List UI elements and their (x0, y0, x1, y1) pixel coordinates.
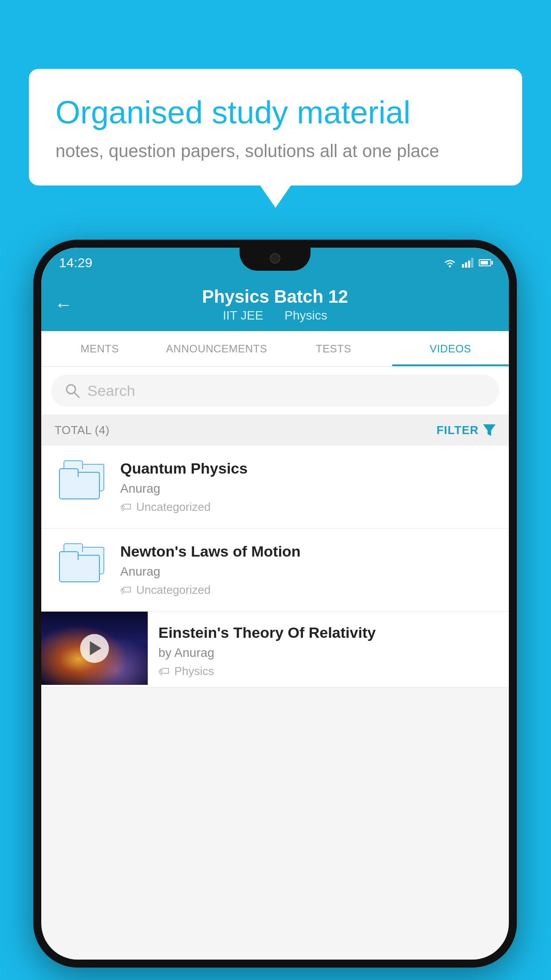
folder-icon-1 (59, 460, 103, 499)
app-bar-subtitle-physics: Physics (284, 308, 327, 322)
wifi-icon (443, 258, 457, 268)
bubble-title: Organised study material (55, 93, 496, 131)
signal-icon (462, 258, 473, 268)
video-thumbnail-3 (41, 612, 148, 685)
app-bar: ← Physics Batch 12 IIT JEE Physics (41, 278, 509, 331)
tab-tests[interactable]: TESTS (275, 331, 392, 366)
video-title-3: Einstein's Theory Of Relativity (158, 624, 500, 641)
list-item[interactable]: Einstein's Theory Of Relativity by Anura… (41, 612, 509, 688)
tab-videos[interactable]: VIDEOS (392, 331, 509, 366)
phone-screen: 14:29 (41, 248, 509, 960)
folder-thumb-1 (55, 460, 108, 500)
search-icon (64, 383, 80, 399)
video-list: Quantum Physics Anurag 🏷 Uncategorized (41, 446, 509, 688)
filter-row: TOTAL (4) FILTER (41, 415, 509, 446)
play-button[interactable] (80, 634, 109, 663)
video-tag-1: 🏷 Uncategorized (120, 500, 496, 514)
tag-label-3: Physics (174, 664, 214, 678)
status-icons (443, 258, 491, 268)
phone-frame: 14:29 (33, 240, 517, 968)
status-bar: 14:29 (41, 248, 509, 278)
video-title-2: Newton's Laws of Motion (120, 543, 496, 560)
battery-icon (479, 259, 491, 266)
svg-point-0 (449, 265, 451, 268)
video-tag-2: 🏷 Uncategorized (120, 583, 496, 597)
tag-label-1: Uncategorized (136, 500, 211, 514)
app-bar-subtitle-iit: IIT JEE (223, 308, 263, 322)
filter-button[interactable]: FILTER (437, 423, 496, 437)
video-title-1: Quantum Physics (120, 460, 496, 477)
notch (240, 248, 311, 271)
video-author-1: Anurag (120, 482, 496, 496)
video-author-3: by Anurag (158, 646, 500, 660)
status-time: 14:29 (59, 255, 92, 270)
speech-bubble-section: Organised study material notes, question… (29, 69, 522, 186)
tag-label-2: Uncategorized (136, 583, 211, 597)
search-bar-container: Search (41, 367, 509, 415)
tag-icon-3: 🏷 (158, 664, 170, 678)
folder-icon-2 (59, 543, 103, 582)
speech-bubble: Organised study material notes, question… (29, 69, 522, 186)
folder-thumb-2 (55, 543, 108, 583)
bubble-subtitle: notes, question papers, solutions all at… (55, 141, 496, 161)
tab-announcements[interactable]: ANNOUNCEMENTS (158, 331, 276, 366)
tabs-bar: MENTS ANNOUNCEMENTS TESTS VIDEOS (41, 331, 509, 367)
play-icon (90, 641, 102, 656)
video-author-2: Anurag (120, 565, 496, 579)
total-label: TOTAL (4) (55, 423, 110, 437)
filter-label: FILTER (437, 423, 479, 437)
app-bar-subtitle: IIT JEE Physics (218, 308, 332, 323)
app-bar-title: Physics Batch 12 (202, 287, 348, 307)
video-item-info-2: Newton's Laws of Motion Anurag 🏷 Uncateg… (120, 543, 496, 597)
tag-icon-1: 🏷 (120, 500, 132, 514)
search-placeholder: Search (87, 382, 135, 399)
svg-marker-3 (483, 424, 496, 436)
svg-line-2 (75, 393, 79, 397)
camera-icon (270, 253, 280, 264)
video-tag-3: 🏷 Physics (158, 664, 500, 678)
video-item-info-1: Quantum Physics Anurag 🏷 Uncategorized (120, 460, 496, 514)
tag-icon-2: 🏷 (120, 583, 132, 597)
tab-ments[interactable]: MENTS (41, 331, 158, 366)
filter-icon (483, 424, 496, 436)
list-item[interactable]: Quantum Physics Anurag 🏷 Uncategorized (41, 446, 509, 529)
search-bar[interactable]: Search (51, 375, 499, 407)
back-button[interactable]: ← (55, 295, 72, 315)
video-item-info-3: Einstein's Theory Of Relativity by Anura… (148, 612, 509, 687)
list-item[interactable]: Newton's Laws of Motion Anurag 🏷 Uncateg… (41, 529, 509, 612)
